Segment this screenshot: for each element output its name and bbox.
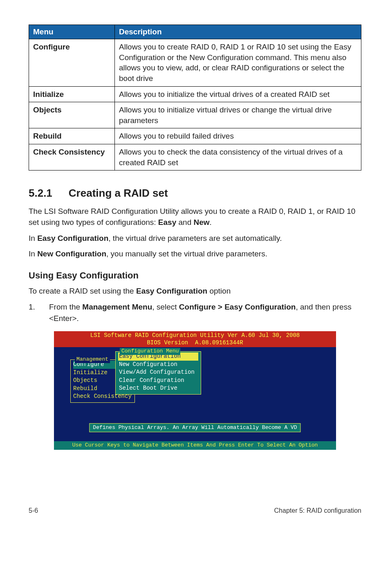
text-bold: Easy Configuration	[136, 287, 207, 295]
desc-cell: Allows you to rebuild failed drives	[115, 128, 361, 144]
paragraph-new: In New Configuration, you manually set t…	[29, 249, 361, 260]
text: .	[210, 218, 212, 227]
subheading-easy-config: Using Easy Configuration	[29, 270, 361, 281]
text-bold: Configure > Easy Configuration	[179, 303, 296, 311]
step-1: 1. From the Management Menu, select Conf…	[29, 301, 361, 324]
desc-cell: Allows you to create RAID 0, RAID 1 or R…	[115, 39, 361, 87]
page-footer: 5-6 Chapter 5: RAID configuration	[29, 507, 361, 514]
menu-cell: Rebuild	[29, 128, 115, 144]
table-row: Check Consistency Allows you to check th…	[29, 144, 361, 171]
menu-cell: Objects	[29, 102, 115, 128]
table-row: Rebuild Allows you to rebuild failed dri…	[29, 128, 361, 144]
table-header-menu: Menu	[29, 25, 115, 39]
section-title: Creating a RAID set	[69, 187, 168, 199]
bios-title-line1: LSI Software RAID Configuration Utility …	[54, 331, 336, 339]
text: , you manually set the virtual drive par…	[106, 249, 267, 258]
table-row: Initialize Allows you to initialize the …	[29, 86, 361, 102]
page-number: 5-6	[29, 507, 38, 514]
section-number: 5.2.1	[29, 187, 52, 200]
text-bold: Management Menu	[82, 303, 152, 311]
management-menu-title: Management	[75, 356, 110, 363]
text: , select	[152, 303, 179, 311]
bios-screenshot: LSI Software RAID Configuration Utility …	[54, 331, 336, 449]
desc-cell: Allows you to check the data consistency…	[115, 144, 361, 171]
config-item-new[interactable]: New Configuration	[118, 361, 198, 369]
text: In	[29, 249, 37, 258]
paragraph-intro: The LSI Software RAID Configuration Util…	[29, 206, 361, 228]
configuration-menu-title: Configuration Menu	[120, 348, 180, 355]
text-bold: New Configuration	[37, 249, 106, 258]
config-item-clear[interactable]: Clear Configuration	[118, 377, 198, 385]
text-bold: New	[193, 218, 209, 227]
section-heading: 5.2.1Creating a RAID set	[29, 187, 361, 200]
text: option	[207, 287, 231, 295]
bios-body: Management Configure Initialize Objects …	[54, 347, 336, 441]
step-text: From the Management Menu, select Configu…	[49, 301, 361, 324]
desc-cell: Allows you to initialize the virtual dri…	[115, 86, 361, 102]
step-number: 1.	[29, 301, 49, 324]
text-bold: Easy Configuration	[37, 234, 108, 242]
paragraph-create-raid: To create a RAID set using the Easy Conf…	[29, 286, 361, 297]
desc-cell: Allows you to initialize virtual drives …	[115, 102, 361, 128]
menu-cell: Configure	[29, 39, 115, 87]
menu-cell: Check Consistency	[29, 144, 115, 171]
table-row: Objects Allows you to initialize virtual…	[29, 102, 361, 128]
text: To create a RAID set using the	[29, 287, 136, 295]
menu-cell: Initialize	[29, 86, 115, 102]
text: In	[29, 234, 37, 242]
paragraph-easy: In Easy Configuration, the virtual drive…	[29, 233, 361, 244]
configuration-menu-window: Configuration Menu Easy Configuration Ne…	[115, 351, 201, 395]
text-bold: Easy	[158, 218, 176, 227]
chapter-label: Chapter 5: RAID configuration	[274, 507, 361, 514]
table-row: Configure Allows you to create RAID 0, R…	[29, 39, 361, 87]
text: and	[176, 218, 193, 227]
config-item-boot-drive[interactable]: Select Boot Drive	[118, 384, 198, 393]
bios-footer-hint: Use Cursor Keys to Navigate Between Item…	[54, 441, 336, 449]
text: , the virtual drive parameters are set a…	[108, 234, 282, 242]
text: From the	[49, 303, 82, 311]
bios-title-line2: BIOS Version A.08.09161344R	[54, 339, 336, 348]
menu-description-table: Menu Description Configure Allows you to…	[29, 25, 361, 171]
config-item-view-add[interactable]: View/Add Configuration	[118, 368, 198, 377]
table-header-description: Description	[115, 25, 361, 39]
bios-status-box: Defines Physical Arrays. An Array Will A…	[89, 423, 300, 432]
